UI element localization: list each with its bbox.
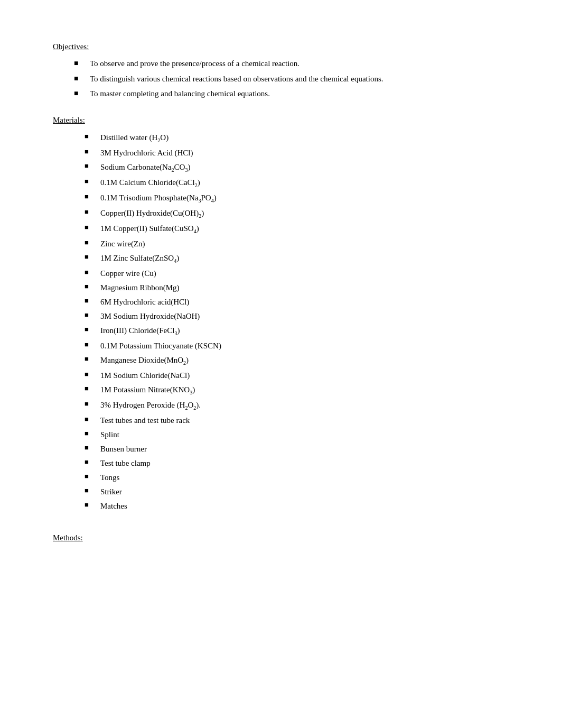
list-item: ■ 1M Potassium Nitrate(KNO3) xyxy=(53,383,508,397)
material-item-25: Striker xyxy=(100,485,122,498)
material-item-10: Copper wire (Cu) xyxy=(100,267,156,280)
list-item: ■ Manganese Dioxide(MnO2) xyxy=(53,354,508,367)
bullet-icon: ■ xyxy=(85,500,95,511)
bullet-icon: ■ xyxy=(85,339,95,351)
material-item-13: 3M Sodium Hydroxide(NaOH) xyxy=(100,310,200,322)
material-item-5: 0.1M Trisodium Phosphate(Na3PO4) xyxy=(100,191,217,205)
list-item: ■ Copper wire (Cu) xyxy=(53,267,508,280)
bullet-icon: ■ xyxy=(85,191,95,202)
material-item-6: Copper(II) Hydroxide(Cu(OH)2) xyxy=(100,207,204,220)
bullet-icon: ■ xyxy=(85,428,95,439)
material-item-24: Tongs xyxy=(100,471,119,484)
list-item: ■ Magnesium Ribbon(Mg) xyxy=(53,281,508,294)
bullet-icon: ■ xyxy=(85,267,95,278)
list-item: ■ Zinc wire(Zn) xyxy=(53,237,508,250)
material-item-4: 0.1M Calcium Chloride(CaCl2) xyxy=(100,176,200,190)
list-item: ■ 0.1M Calcium Chloride(CaCl2) xyxy=(53,176,508,190)
list-item: ■ 0.1M Trisodium Phosphate(Na3PO4) xyxy=(53,191,508,205)
objectives-item-1: To observe and prove the presence/proces… xyxy=(90,58,300,70)
material-item-2: 3M Hydrochloric Acid (HCl) xyxy=(100,146,193,159)
bullet-icon: ■ xyxy=(85,485,95,496)
objectives-section: Objectives: ■ To observe and prove the p… xyxy=(53,42,508,100)
list-item: ■ Copper(II) Hydroxide(Cu(OH)2) xyxy=(53,207,508,220)
materials-list: ■ Distilled water (H2O) ■ 3M Hydrochlori… xyxy=(53,131,508,512)
material-item-17: 1M Sodium Chloride(NaCl) xyxy=(100,369,190,382)
bullet-icon: ■ xyxy=(85,414,95,425)
list-item: ■ 0.1M Potassium Thiocyanate (KSCN) xyxy=(53,339,508,352)
bullet-icon: ■ xyxy=(85,222,95,233)
methods-heading: Methods: xyxy=(53,533,83,542)
list-item: ■ Bunsen burner xyxy=(53,443,508,455)
objectives-item-2: To distinguish various chemical reaction… xyxy=(90,73,383,85)
materials-heading: Materials: xyxy=(53,116,85,125)
list-item: ■ 6M Hydrochloric acid(HCl) xyxy=(53,296,508,308)
bullet-icon: ■ xyxy=(85,131,95,142)
objectives-heading: Objectives: xyxy=(53,42,89,51)
list-item: ■ 3M Hydrochloric Acid (HCl) xyxy=(53,146,508,159)
list-item: ■ 1M Copper(II) Sulfate(CuSO4) xyxy=(53,222,508,236)
bullet-icon: ■ xyxy=(74,88,85,99)
methods-section: Methods: xyxy=(53,533,508,549)
objectives-item-3: To master completing and balancing chemi… xyxy=(90,88,270,100)
bullet-icon: ■ xyxy=(85,399,95,410)
list-item: ■ Test tube clamp xyxy=(53,457,508,469)
material-item-20: Test tubes and test tube rack xyxy=(100,414,190,427)
bullet-icon: ■ xyxy=(85,207,95,218)
bullet-icon: ■ xyxy=(85,281,95,292)
bullet-icon: ■ xyxy=(74,58,85,69)
material-item-22: Bunsen burner xyxy=(100,443,147,455)
bullet-icon: ■ xyxy=(85,443,95,454)
bullet-icon: ■ xyxy=(85,354,95,365)
material-item-9: 1M Zinc Sulfate(ZnSO4) xyxy=(100,252,179,265)
material-item-15: 0.1M Potassium Thiocyanate (KSCN) xyxy=(100,339,221,352)
list-item: ■ Matches xyxy=(53,500,508,512)
list-item: ■ To master completing and balancing che… xyxy=(53,88,508,100)
material-item-11: Magnesium Ribbon(Mg) xyxy=(100,281,180,294)
bullet-icon: ■ xyxy=(85,252,95,263)
material-item-12: 6M Hydrochloric acid(HCl) xyxy=(100,296,189,308)
bullet-icon: ■ xyxy=(85,146,95,158)
material-item-3: Sodium Carbonate(Na2CO3) xyxy=(100,161,190,174)
list-item: ■ To observe and prove the presence/proc… xyxy=(53,58,508,70)
bullet-icon: ■ xyxy=(85,296,95,307)
bullet-icon: ■ xyxy=(85,324,95,335)
list-item: ■ Striker xyxy=(53,485,508,498)
material-item-21: Splint xyxy=(100,428,119,441)
bullet-icon: ■ xyxy=(74,73,85,84)
material-item-26: Matches xyxy=(100,500,127,512)
list-item: ■ To distinguish various chemical reacti… xyxy=(53,73,508,85)
bullet-icon: ■ xyxy=(85,383,95,394)
bullet-icon: ■ xyxy=(85,457,95,468)
list-item: ■ Test tubes and test tube rack xyxy=(53,414,508,427)
material-item-8: Zinc wire(Zn) xyxy=(100,237,145,250)
list-item: ■ 1M Zinc Sulfate(ZnSO4) xyxy=(53,252,508,265)
material-item-18: 1M Potassium Nitrate(KNO3) xyxy=(100,383,195,397)
list-item: ■ Tongs xyxy=(53,471,508,484)
material-item-16: Manganese Dioxide(MnO2) xyxy=(100,354,189,367)
material-item-7: 1M Copper(II) Sulfate(CuSO4) xyxy=(100,222,199,236)
list-item: ■ 3M Sodium Hydroxide(NaOH) xyxy=(53,310,508,322)
material-item-14: Iron(III) Chloride(FeCl3) xyxy=(100,324,180,338)
bullet-icon: ■ xyxy=(85,471,95,482)
bullet-icon: ■ xyxy=(85,176,95,187)
list-item: ■ Iron(III) Chloride(FeCl3) xyxy=(53,324,508,338)
list-item: ■ 3% Hydrogen Peroxide (H2O2). xyxy=(53,399,508,412)
list-item: ■ 1M Sodium Chloride(NaCl) xyxy=(53,369,508,382)
material-item-1: Distilled water (H2O) xyxy=(100,131,169,145)
bullet-icon: ■ xyxy=(85,310,95,321)
materials-section: Materials: ■ Distilled water (H2O) ■ 3M … xyxy=(53,116,508,512)
bullet-icon: ■ xyxy=(85,161,95,172)
bullet-icon: ■ xyxy=(85,369,95,380)
material-item-19: 3% Hydrogen Peroxide (H2O2). xyxy=(100,399,201,412)
list-item: ■ Distilled water (H2O) xyxy=(53,131,508,145)
objectives-list: ■ To observe and prove the presence/proc… xyxy=(53,58,508,100)
material-item-23: Test tube clamp xyxy=(100,457,151,469)
list-item: ■ Sodium Carbonate(Na2CO3) xyxy=(53,161,508,174)
list-item: ■ Splint xyxy=(53,428,508,441)
bullet-icon: ■ xyxy=(85,237,95,248)
